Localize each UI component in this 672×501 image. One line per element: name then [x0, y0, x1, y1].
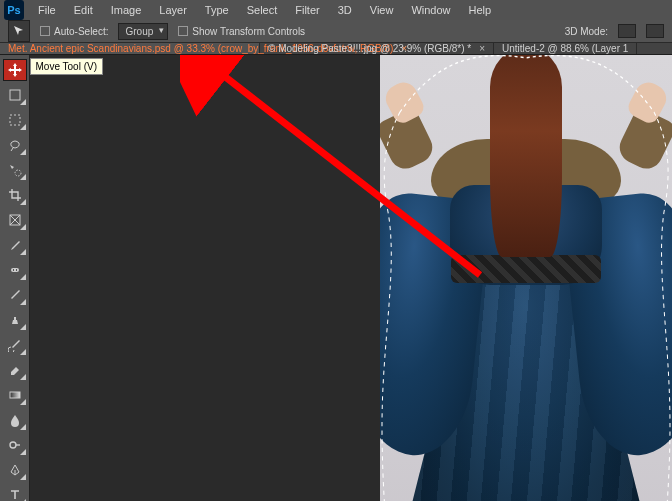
auto-select-label: Auto-Select:	[54, 26, 108, 37]
checkbox-icon	[178, 26, 188, 36]
menu-3d[interactable]: 3D	[330, 0, 360, 20]
close-icon[interactable]: ×	[479, 43, 485, 54]
show-transform-checkbox[interactable]: Show Transform Controls	[178, 26, 305, 37]
document-canvas[interactable]	[30, 55, 672, 501]
auto-select-checkbox[interactable]: Auto-Select:	[40, 26, 108, 37]
menu-file[interactable]: File	[30, 0, 64, 20]
marquee-tool[interactable]	[3, 109, 27, 131]
eraser-tool[interactable]	[3, 359, 27, 381]
brush-tool[interactable]	[3, 284, 27, 306]
move-tool-options-icon[interactable]	[8, 20, 30, 42]
lasso-tool[interactable]	[3, 134, 27, 156]
pen-tool[interactable]	[3, 459, 27, 481]
tools-panel: Move Tool (V) ⋯	[0, 55, 30, 501]
figure-hair	[490, 55, 562, 257]
eyedropper-tool[interactable]	[3, 234, 27, 256]
type-tool[interactable]	[3, 484, 27, 501]
menu-type[interactable]: Type	[197, 0, 237, 20]
document-tab-3-label: Untitled-2 @ 88.6% (Layer 1	[502, 43, 628, 54]
svg-rect-1	[10, 115, 20, 125]
menu-bar: Ps File Edit Image Layer Type Select Fil…	[0, 0, 672, 20]
svg-rect-6	[11, 268, 19, 272]
menu-image[interactable]: Image	[103, 0, 150, 20]
crop-tool[interactable]	[3, 184, 27, 206]
show-transform-label: Show Transform Controls	[192, 26, 305, 37]
checkbox-icon	[40, 26, 50, 36]
move-tool[interactable]: Move Tool (V)	[3, 59, 27, 81]
gradient-tool[interactable]	[3, 384, 27, 406]
svg-rect-8	[16, 269, 17, 271]
menu-window[interactable]: Window	[403, 0, 458, 20]
svg-rect-0	[10, 90, 20, 100]
menu-select[interactable]: Select	[239, 0, 286, 20]
figure-belt	[451, 255, 601, 283]
document-tab-2-label: © Modeling Paste3!!!.jpg @ 23.9% (RGB/8*…	[268, 43, 471, 54]
mode-3d-icon-2[interactable]	[646, 24, 664, 38]
auto-select-dropdown[interactable]: Group	[118, 23, 168, 40]
ps-logo-text: Ps	[7, 4, 20, 16]
healing-brush-tool[interactable]	[3, 259, 27, 281]
artboard-tool[interactable]	[3, 84, 27, 106]
options-bar: Auto-Select: Group Show Transform Contro…	[0, 20, 672, 43]
mode-3d-label: 3D Mode:	[565, 26, 608, 37]
mode-3d-icon-1[interactable]	[618, 24, 636, 38]
ps-logo: Ps	[4, 0, 24, 20]
main-area: Move Tool (V) ⋯	[0, 55, 672, 501]
options-3d-group: 3D Mode:	[565, 24, 664, 38]
auto-select-value: Group	[125, 26, 153, 37]
svg-rect-7	[13, 269, 14, 271]
menu-help[interactable]: Help	[461, 0, 500, 20]
photoshop-window: Ps File Edit Image Layer Type Select Fil…	[0, 0, 672, 501]
dodge-tool[interactable]	[3, 434, 27, 456]
menu-view[interactable]: View	[362, 0, 402, 20]
document-tab-1[interactable]: Met. Ancient epic Scandinavians.psd @ 33…	[0, 43, 260, 54]
menu-layer[interactable]: Layer	[151, 0, 195, 20]
menu-edit[interactable]: Edit	[66, 0, 101, 20]
move-tool-tooltip: Move Tool (V)	[30, 58, 104, 75]
menu-filter[interactable]: Filter	[287, 0, 327, 20]
svg-rect-9	[10, 392, 20, 398]
canvas-image	[380, 55, 672, 501]
frame-tool[interactable]	[3, 209, 27, 231]
clone-stamp-tool[interactable]	[3, 309, 27, 331]
svg-point-10	[10, 442, 16, 448]
document-tab-2[interactable]: © Modeling Paste3!!!.jpg @ 23.9% (RGB/8*…	[260, 43, 494, 54]
quick-selection-tool[interactable]	[3, 159, 27, 181]
document-tab-3[interactable]: Untitled-2 @ 88.6% (Layer 1	[494, 43, 637, 54]
blur-tool[interactable]	[3, 409, 27, 431]
history-brush-tool[interactable]	[3, 334, 27, 356]
document-tab-bar: Met. Ancient epic Scandinavians.psd @ 33…	[0, 43, 672, 55]
